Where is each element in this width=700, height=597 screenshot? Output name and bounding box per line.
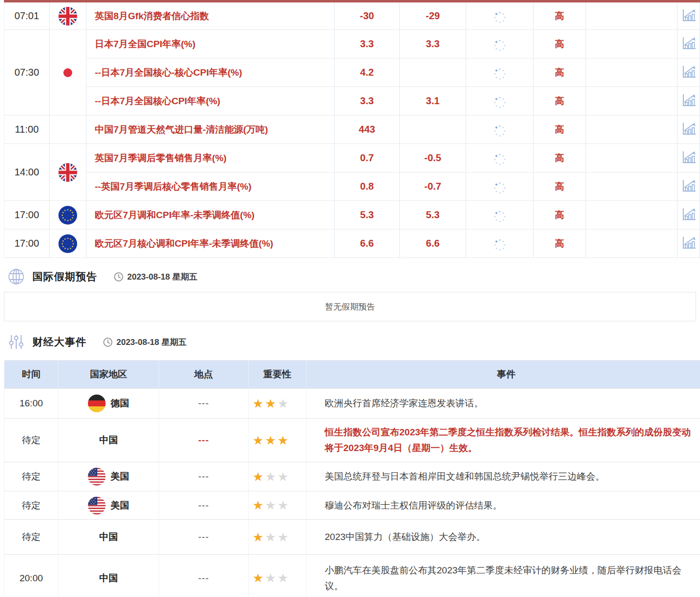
empty-cell [586,229,677,258]
status-cell [466,87,533,115]
table-row: 14:00 英国7月季调后零售销售月率(%) 0.7 -0.5 高 [4,144,700,172]
holiday-section-header: 国际假期预告 2023-08-18 星期五 [8,268,700,285]
bar-chart-icon[interactable] [681,36,696,50]
bar-chart-icon[interactable] [681,150,696,164]
country-flag-cell [50,201,86,229]
indicator-name-link[interactable]: 英国8月Gfk消费者信心指数 [86,1,335,30]
event-time: 17:00 [4,229,50,258]
event-country: 中国 [58,555,159,597]
table-row: --英国7月季调后核心零售销售月率(%) 0.8 -0.7 高 [4,172,700,201]
event-location: --- [159,462,249,491]
country-flag-cell [50,144,86,201]
bar-chart-icon[interactable] [681,236,696,250]
indicator-name-link[interactable]: --日本7月全国核心-核心CPI年率(%) [86,58,335,87]
bar-chart-icon[interactable] [681,93,696,107]
value-forecast: 5.3 [400,201,466,229]
event-description: 小鹏汽车在美股盘前公布其2023年第二季度未经审计的财务业绩，随后举行财报电话会… [307,555,700,597]
bar-chart-icon[interactable] [681,207,696,221]
chart-cell [677,172,700,201]
header-time: 时间 [4,361,58,389]
chart-cell [677,87,700,115]
event-time: 待定 [4,520,58,555]
value-published: 0.7 [335,144,400,172]
events-section-header: 财经大事件 2023-08-18 星期五 [8,334,700,350]
event-location: --- [159,520,249,555]
empty-cell [586,201,677,229]
table-row: 07:30 日本7月全国CPI年率(%) 3.3 3.3 高 [4,30,700,58]
value-forecast: 6.6 [400,229,466,258]
clock-icon [114,272,123,282]
event-description: 恒生指数公司宣布2023年第二季度之恒生指数系列检讨结果。恒生指数系列的成份股变… [307,419,700,462]
value-published: 4.2 [335,58,400,87]
event-time: 07:30 [4,30,50,115]
section-title: 财经大事件 [32,335,86,349]
clock-icon [103,338,112,347]
indicator-name-link[interactable]: --英国7月季调后核心零售销售月率(%) [86,172,335,201]
chart-cell [677,229,700,258]
economic-calendar-table: 07:01 英国8月Gfk消费者信心指数 -30 -29 高 07:30 日本7… [4,0,700,258]
event-importance [249,555,307,597]
indicator-name-link[interactable]: 英国7月季调后零售销售月率(%) [86,144,335,172]
date-text: 2023-08-18 星期五 [116,337,187,348]
indicator-name-link[interactable]: 欧元区7月核心调和CPI年率-未季调终值(%) [86,229,335,258]
event-importance [249,389,307,419]
event-location: --- [159,491,249,520]
loading-spinner-icon [499,44,501,47]
importance-badge: 高 [533,1,586,30]
header-importance: 重要性 [249,361,307,389]
header-country: 国家地区 [58,361,159,389]
event-row: 待定 美国 --- 穆迪公布对瑞士主权信用评级的评估结果。 [4,491,700,520]
chart-cell [677,144,700,172]
value-forecast [400,115,466,144]
holiday-empty-text: 暂无假期预告 [325,301,375,313]
importance-badge: 高 [533,87,586,115]
status-cell [466,201,533,229]
value-published: 5.3 [335,201,400,229]
event-description: 穆迪公布对瑞士主权信用评级的评估结果。 [307,491,700,520]
indicator-name-link[interactable]: 日本7月全国CPI年率(%) [86,30,335,58]
japan-flag-icon [58,63,77,82]
us-flag-icon [88,468,106,485]
value-forecast: 3.1 [400,87,466,115]
event-importance [249,491,307,520]
eu-flag-icon [58,234,77,253]
event-row: 20:00 中国 --- 小鹏汽车在美股盘前公布其2023年第二季度未经审计的财… [4,555,700,597]
bar-chart-icon[interactable] [681,179,696,193]
value-forecast: -29 [400,1,466,30]
table-row: --日本7月全国核心CPI年率(%) 3.3 3.1 高 [4,87,700,115]
bar-chart-icon[interactable] [681,122,696,136]
event-description: 美国总统拜登与日本首相岸田文雄和韩国总统尹锡悦举行三边峰会。 [307,462,700,491]
indicator-name-link[interactable]: 中国7月管道天然气进口量-清洁能源(万吨) [86,115,335,144]
empty-cell [586,1,677,30]
chart-cell [677,115,700,144]
chart-cell [677,30,700,58]
section-date: 2023-08-18 星期五 [114,271,197,283]
loading-spinner-icon [499,16,501,19]
country-label: 中国 [99,572,118,585]
header-event: 事件 [307,361,700,389]
table-row: 17:00 欧元区7月核心调和CPI年率-未季调终值(%) 6.6 6.6 高 [4,229,700,258]
event-description: 2023中国算力（基础设施）大会举办。 [307,520,700,555]
value-published: -30 [335,1,400,30]
loading-spinner-icon [499,158,501,161]
empty-cell [586,172,677,201]
indicator-name-link[interactable]: --日本7月全国核心CPI年率(%) [86,87,335,115]
country-flag-cell [50,30,86,115]
loading-spinner-icon [499,101,501,104]
country-label: 美国 [111,470,129,483]
event-row: 待定 美国 --- 美国总统拜登与日本首相岸田文雄和韩国总统尹锡悦举行三边峰会。 [4,462,700,491]
event-time: 14:00 [4,144,50,201]
event-location: --- [159,419,249,462]
us-flag-icon [88,497,106,514]
importance-badge: 高 [533,30,586,58]
importance-badge: 高 [533,229,586,258]
status-cell [466,172,533,201]
loading-spinner-icon [499,215,501,218]
bar-chart-icon[interactable] [681,65,696,79]
indicator-name-link[interactable]: 欧元区7月调和CPI年率-未季调终值(%) [86,201,335,229]
event-time: 待定 [4,419,58,462]
empty-cell [586,58,677,87]
bar-chart-icon[interactable] [681,8,696,22]
event-time: 待定 [4,491,58,520]
event-importance [249,520,307,555]
